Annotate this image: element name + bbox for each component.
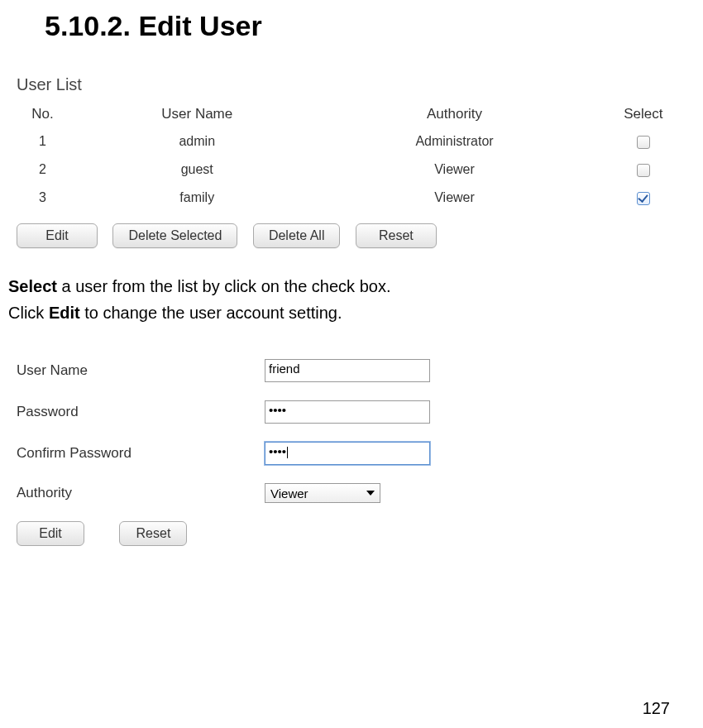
form-reset-button[interactable]: Reset	[119, 521, 187, 546]
select-checkbox[interactable]	[637, 136, 650, 149]
confirm-password-label: Confirm Password	[17, 445, 265, 462]
cell-username: guest	[77, 156, 318, 184]
text-cursor	[287, 447, 288, 458]
instructions: Select a user from the list by click on …	[8, 273, 695, 326]
cell-authority: Administrator	[318, 127, 592, 156]
user-list-button-row: Edit Delete Selected Delete All Reset	[17, 223, 695, 248]
instruction-line-2: Click Edit to change the user account se…	[8, 299, 695, 326]
section-heading: 5.10.2. Edit User	[45, 10, 695, 42]
edit-button[interactable]: Edit	[17, 223, 98, 248]
form-row-authority: Authority Viewer	[17, 483, 695, 503]
reset-button[interactable]: Reset	[356, 223, 437, 248]
password-label: Password	[17, 404, 265, 420]
col-header-username: User Name	[77, 101, 318, 127]
page-number: 127	[643, 699, 670, 718]
form-row-username: User Name friend	[17, 359, 695, 382]
confirm-password-input[interactable]: ••••	[265, 442, 430, 465]
authority-selected-value: Viewer	[270, 486, 308, 500]
cell-select	[592, 156, 696, 184]
cell-username: admin	[77, 127, 318, 156]
instruction-bold: Edit	[49, 304, 80, 322]
cell-authority: Viewer	[318, 156, 592, 184]
instruction-bold: Select	[8, 277, 57, 295]
instruction-text: a user from the list by click on the che…	[57, 277, 391, 295]
table-header-row: No. User Name Authority Select	[8, 101, 695, 127]
form-edit-button[interactable]: Edit	[17, 521, 84, 546]
form-row-password: Password ••••	[17, 400, 695, 424]
col-header-no: No.	[8, 101, 77, 127]
cell-no: 2	[8, 156, 77, 184]
user-list-title: User List	[17, 75, 695, 94]
username-input[interactable]: friend	[265, 359, 430, 382]
cell-no: 3	[8, 184, 77, 212]
confirm-password-value: ••••	[269, 444, 286, 458]
cell-select	[592, 127, 696, 156]
delete-all-button[interactable]: Delete All	[253, 223, 341, 248]
delete-selected-button[interactable]: Delete Selected	[112, 223, 237, 248]
username-label: User Name	[17, 362, 265, 379]
table-row: 1 admin Administrator	[8, 127, 695, 156]
authority-label: Authority	[17, 485, 265, 501]
chevron-down-icon	[366, 491, 375, 496]
authority-select[interactable]: Viewer	[265, 483, 380, 503]
col-header-select: Select	[592, 101, 696, 127]
cell-select	[592, 184, 696, 212]
user-list-table: No. User Name Authority Select 1 admin A…	[8, 101, 695, 212]
table-row: 3 family Viewer	[8, 184, 695, 212]
password-input[interactable]: ••••	[265, 400, 430, 424]
cell-authority: Viewer	[318, 184, 592, 212]
select-checkbox[interactable]	[637, 164, 650, 177]
table-row: 2 guest Viewer	[8, 156, 695, 184]
instruction-text: to change the user account setting.	[80, 304, 342, 322]
col-header-authority: Authority	[318, 101, 592, 127]
instruction-text: Click	[8, 304, 49, 322]
select-checkbox[interactable]	[637, 192, 650, 205]
edit-form-button-row: Edit Reset	[17, 521, 695, 546]
cell-username: family	[77, 184, 318, 212]
instruction-line-1: Select a user from the list by click on …	[8, 273, 695, 299]
form-row-confirm: Confirm Password ••••	[17, 442, 695, 465]
cell-no: 1	[8, 127, 77, 156]
